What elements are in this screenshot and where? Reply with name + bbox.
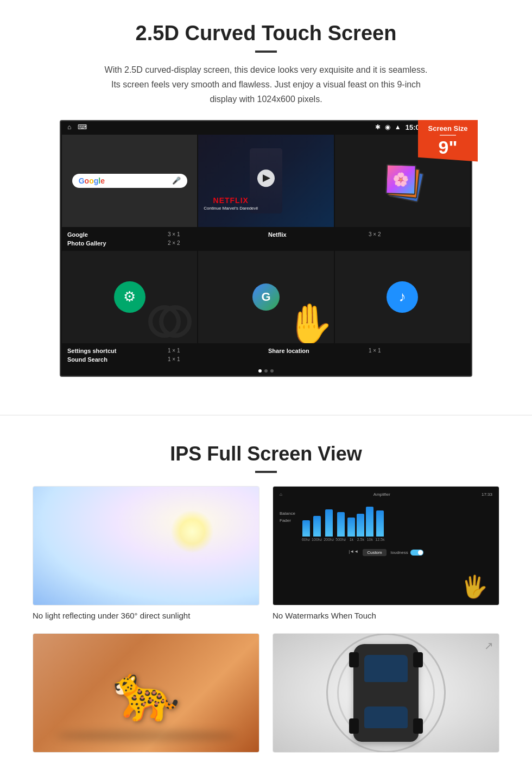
photo-label-item: Photo Gallery (65, 239, 166, 248)
sunlight-rays (170, 510, 214, 553)
ground-shadow (56, 730, 237, 741)
app-grid-top: Google 🎤 (61, 134, 471, 228)
back-button[interactable]: |◄◄ (349, 549, 358, 556)
netflix-logo-overlay: NETFLIX Continue Marvel's Daredevil (204, 196, 258, 211)
eq-bar-100hz (313, 516, 321, 537)
usb-icon: ⌨ (78, 123, 87, 131)
settings-app-cell[interactable]: ⚙ (62, 251, 197, 343)
feature-sunlight: No light reflecting under 360° direct su… (33, 486, 259, 620)
settings-icon-circle: ⚙ (114, 281, 145, 313)
sound-size-item: 1 × 1 (166, 355, 266, 364)
eq-1k: 1k (347, 518, 355, 541)
google-size: 3 × 1 (168, 231, 180, 237)
bluetooth-icon: ✱ (375, 123, 381, 131)
feature-watermark: ⌂ Amplifier 17:33 Balance Fader 60hz (273, 486, 499, 620)
share-location-label: Share location (268, 348, 309, 354)
sunlight-visual (33, 487, 259, 605)
status-bar: ⌂ ⌨ ✱ ◉ ▲ 15:06 ⊡ ◁) ⊠ ▭ (61, 121, 471, 134)
badge-divider (440, 135, 456, 136)
location-icon: ◉ (385, 123, 390, 131)
photo-size-item: 2 × 2 (166, 239, 266, 248)
sound-icon-circle: ♪ (387, 281, 418, 313)
eq-12-5k: 12.5k (375, 510, 384, 541)
cheetah-icon: 🐆 (112, 661, 180, 725)
sound-search-label: Sound Search (67, 356, 107, 363)
eq-bar-2-5k (357, 514, 364, 537)
hand-on-screen-icon: 🖐 (461, 574, 488, 600)
car-top-view (353, 644, 419, 742)
google-app-cell[interactable]: Google 🎤 (62, 135, 197, 227)
eq-10k: 10k (366, 507, 373, 541)
eq-bar-60hz (302, 520, 310, 537)
dot-2 (264, 369, 268, 373)
eq-bar-12-5k (376, 510, 384, 537)
cheetah-image: 🐆 (33, 633, 259, 753)
netflix-logo-text: NETFLIX (204, 196, 258, 205)
section-curved-touch-screen: 2.5D Curved Touch Screen With 2.5D curve… (0, 0, 532, 393)
sound-label-item: Sound Search (65, 355, 166, 364)
loudness-label: loudness (391, 550, 408, 555)
section2-divider (255, 471, 277, 473)
feature-car: ↗ Large Viewing Angle (273, 633, 499, 757)
car-rear-window (364, 706, 408, 728)
home-icon[interactable]: ⌂ (67, 123, 71, 131)
share-location-size: 1 × 1 (369, 348, 381, 354)
eq-2-5k: 2.5k (357, 514, 364, 541)
car-visual: ↗ (273, 634, 499, 752)
page-divider (0, 415, 532, 415)
google-label: Google (67, 231, 88, 238)
equalizer: 60hz 100hz 200hz (300, 500, 387, 544)
hand-pointing-icon: 🤚 (285, 304, 334, 343)
wifi-icon: ▲ (395, 123, 401, 131)
amplifier-image: ⌂ Amplifier 17:33 Balance Fader 60hz (273, 486, 499, 605)
music-note-icon: ♪ (399, 288, 406, 305)
eq-bar-500hz (337, 512, 345, 537)
wheel-front-right (413, 652, 423, 667)
amp-time: 17:33 (482, 492, 492, 497)
share-location-cell[interactable]: G 🤚 (198, 251, 333, 343)
play-button[interactable] (257, 169, 275, 187)
microphone-icon[interactable]: 🎤 (172, 176, 181, 185)
fader-label: Fader (280, 518, 295, 523)
app-grid-bottom: ⚙ G 🤚 (61, 250, 471, 344)
eq-bar-200hz (325, 509, 333, 537)
netflix-subtitle: Continue Marvel's Daredevil (204, 206, 258, 211)
section1-divider (255, 51, 277, 53)
flower-icon: 🌸 (392, 172, 409, 187)
bg-circle-2 (148, 305, 181, 338)
shareloc-label-item: Share location (266, 346, 366, 355)
section-ips: IPS Full Screen View No light reflecting… (0, 437, 532, 757)
loudness-toggle: loudness (391, 549, 423, 556)
sunlight-label: No light reflecting under 360° direct su… (33, 611, 259, 620)
settings-label: Settings shortcut (67, 348, 116, 354)
google-search-bar[interactable]: Google 🎤 (72, 174, 187, 188)
screen-size-badge: Screen Size 9" (418, 120, 478, 162)
photo-label: Photo Gallery (67, 240, 106, 247)
amp-controls: |◄◄ Custom loudness (277, 549, 495, 556)
section2-title: IPS Full Screen View (33, 443, 499, 465)
sound-search-size: 1 × 1 (168, 356, 180, 362)
custom-button[interactable]: Custom (363, 549, 387, 556)
badge-size: 9" (438, 137, 457, 157)
google-logo: Google (79, 176, 105, 185)
sound-search-cell[interactable]: ♪ (335, 251, 470, 343)
section1-description: With 2.5D curved-display screen, this de… (103, 62, 429, 107)
photo-size: 2 × 2 (168, 240, 180, 246)
feature-cheetah: 🐆 Super Fast Response (33, 633, 259, 757)
toggle-pill[interactable] (410, 550, 423, 556)
netflix-app-cell[interactable]: NETFLIX Continue Marvel's Daredevil (198, 135, 333, 227)
arrow-indicator-icon: ↗ (484, 639, 493, 652)
netflix-size-item: 3 × 2 (366, 230, 467, 239)
shareloc-size-item: 1 × 1 (366, 346, 467, 355)
car-windshield (364, 655, 408, 682)
wheel-rear-right (413, 718, 423, 734)
cheetah-visual: 🐆 (33, 634, 259, 752)
amplifier-screen: ⌂ Amplifier 17:33 Balance Fader 60hz (273, 487, 499, 605)
netflix-label-item: Netflix (266, 230, 366, 239)
dot-1 (258, 369, 262, 373)
amp-status-bar: ⌂ Amplifier 17:33 (277, 491, 495, 498)
car-image: ↗ (273, 633, 499, 753)
device-mockup: Screen Size 9" ⌂ ⌨ ✱ ◉ ▲ 15:06 ⊡ (60, 120, 472, 377)
eq-60hz: 60hz (302, 520, 310, 541)
netflix-size: 3 × 2 (369, 231, 381, 237)
